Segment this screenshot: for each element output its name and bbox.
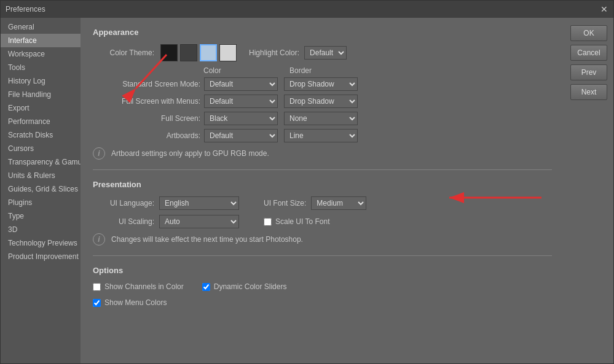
presentation-info-icon: i	[93, 233, 105, 246]
sidebar-item-general[interactable]: General	[1, 20, 81, 34]
standard-screen-row: Standard Screen Mode: Default Drop Shado…	[93, 77, 552, 91]
sidebar-item-scratchdisks[interactable]: Scratch Disks	[1, 128, 81, 142]
ui-font-size-label: UI Font Size:	[264, 199, 306, 207]
ui-language-select[interactable]: English	[159, 196, 239, 210]
highlight-color-label: Highlight Color:	[249, 48, 299, 57]
ui-font-size-select[interactable]: Medium	[311, 196, 366, 210]
dynamic-sliders-checkbox[interactable]	[202, 283, 210, 291]
swatch-dark[interactable]	[180, 44, 197, 61]
scale-ui-group: Scale UI To Font	[264, 217, 330, 226]
sidebar-item-units[interactable]: Units & Rulers	[1, 169, 81, 182]
presentation-info-row: i Changes will take effect the next time…	[93, 233, 552, 246]
full-screen-row: Full Screen: Black None	[93, 112, 552, 125]
next-button[interactable]: Next	[570, 84, 607, 100]
show-channels-checkbox[interactable]	[93, 283, 101, 291]
ui-scaling-label: UI Scaling:	[93, 217, 154, 226]
show-channels-label: Show Channels in Color	[104, 282, 184, 291]
sidebar-item-export[interactable]: Export	[1, 101, 81, 115]
prev-button[interactable]: Prev	[570, 64, 607, 80]
sidebar-item-performance[interactable]: Performance	[1, 115, 81, 128]
options-row1: Show Channels in Color Dynamic Color Sli…	[93, 282, 552, 295]
ok-button[interactable]: OK	[570, 25, 607, 41]
show-menu-checkbox[interactable]	[93, 299, 101, 307]
column-headers: Color Border	[93, 66, 552, 75]
sidebar-item-filehandling[interactable]: File Handling	[1, 88, 81, 101]
artboard-info-icon: i	[93, 147, 105, 160]
title-bar: Preferences ✕	[1, 1, 613, 18]
full-screen-border-select[interactable]: None	[284, 112, 358, 125]
sidebar-item-transparency[interactable]: Transparency & Gamut	[1, 155, 81, 169]
artboards-row: Artboards: Default Line	[93, 129, 552, 142]
dialog-content: General Interface Workspace Tools Histor…	[1, 18, 613, 363]
main-area: Appearance Color Theme: Highlight Color:…	[81, 18, 564, 363]
artboards-color-select[interactable]: Default	[204, 129, 278, 142]
scale-ui-label: Scale UI To Font	[275, 217, 330, 226]
buttons-column: OK Cancel Prev Next	[564, 18, 613, 363]
artboards-label: Artboards:	[93, 131, 200, 140]
full-screen-color-select[interactable]: Black	[204, 112, 278, 125]
show-menu-label: Show Menu Colors	[104, 298, 167, 307]
swatch-medium[interactable]	[200, 44, 217, 61]
ui-language-row: UI Language: English UI Font Size: Mediu…	[93, 196, 552, 210]
sidebar-item-historylog[interactable]: History Log	[1, 74, 81, 88]
sidebar: General Interface Workspace Tools Histor…	[1, 18, 81, 363]
color-theme-row: Color Theme: Highlight Color: Default	[93, 44, 552, 61]
dynamic-sliders-label: Dynamic Color Sliders	[214, 282, 287, 291]
show-channels-group: Show Channels in Color	[93, 282, 184, 291]
artboards-border-select[interactable]: Line	[284, 129, 358, 142]
highlight-color-select[interactable]: Default	[304, 46, 347, 60]
show-menu-group: Show Menu Colors	[93, 298, 552, 307]
color-swatches	[160, 44, 237, 61]
dialog-title: Preferences	[6, 5, 45, 14]
swatch-light[interactable]	[219, 44, 237, 61]
sidebar-item-type[interactable]: Type	[1, 209, 81, 223]
color-col-header: Color	[203, 66, 283, 75]
artboard-info-text: Artboard settings only apply to GPU RGB …	[111, 149, 269, 158]
sidebar-item-workspace[interactable]: Workspace	[1, 47, 81, 61]
sidebar-item-tools[interactable]: Tools	[1, 61, 81, 74]
ui-language-label: UI Language:	[93, 199, 154, 207]
ui-scaling-select[interactable]: Auto	[159, 215, 239, 228]
sidebar-item-techprev[interactable]: Technology Previews	[1, 236, 81, 250]
border-col-header: Border	[289, 66, 357, 75]
close-button[interactable]: ✕	[600, 5, 608, 14]
swatch-darkest[interactable]	[160, 44, 178, 61]
scale-ui-checkbox[interactable]	[264, 218, 272, 226]
full-screen-label: Full Screen:	[93, 114, 200, 123]
sidebar-item-interface[interactable]: Interface	[1, 34, 81, 47]
section-divider-1	[93, 169, 552, 170]
standard-screen-label: Standard Screen Mode:	[93, 80, 200, 88]
color-theme-label: Color Theme:	[93, 48, 154, 57]
options-title: Options	[93, 266, 552, 275]
presentation-info-text: Changes will take effect the next time y…	[111, 235, 303, 244]
cancel-button[interactable]: Cancel	[570, 45, 607, 61]
full-screen-menus-label: Full Screen with Menus:	[93, 97, 200, 106]
section-divider-2	[93, 255, 552, 256]
full-screen-menus-color-select[interactable]: Default	[204, 95, 278, 108]
sidebar-item-cursors[interactable]: Cursors	[1, 142, 81, 155]
sidebar-item-plugins[interactable]: Plugins	[1, 196, 81, 209]
standard-screen-border-select[interactable]: Drop Shadow	[284, 77, 358, 91]
sidebar-item-product[interactable]: Product Improvement	[1, 250, 81, 263]
presentation-title: Presentation	[93, 180, 552, 189]
dynamic-sliders-group: Dynamic Color Sliders	[202, 282, 287, 291]
artboard-info-row: i Artboard settings only apply to GPU RG…	[93, 147, 552, 160]
ui-font-size-group: UI Font Size: Medium	[264, 196, 366, 210]
ui-scaling-row: UI Scaling: Auto Scale UI To Font	[93, 215, 552, 228]
standard-screen-color-select[interactable]: Default	[204, 77, 278, 91]
appearance-title: Appearance	[93, 28, 552, 37]
sidebar-item-guides[interactable]: Guides, Grid & Slices	[1, 182, 81, 196]
preferences-dialog: Preferences ✕ General Interface Workspac…	[0, 0, 614, 364]
full-screen-menus-row: Full Screen with Menus: Default Drop Sha…	[93, 95, 552, 108]
full-screen-menus-border-select[interactable]: Drop Shadow	[284, 95, 358, 108]
sidebar-item-3d[interactable]: 3D	[1, 223, 81, 236]
